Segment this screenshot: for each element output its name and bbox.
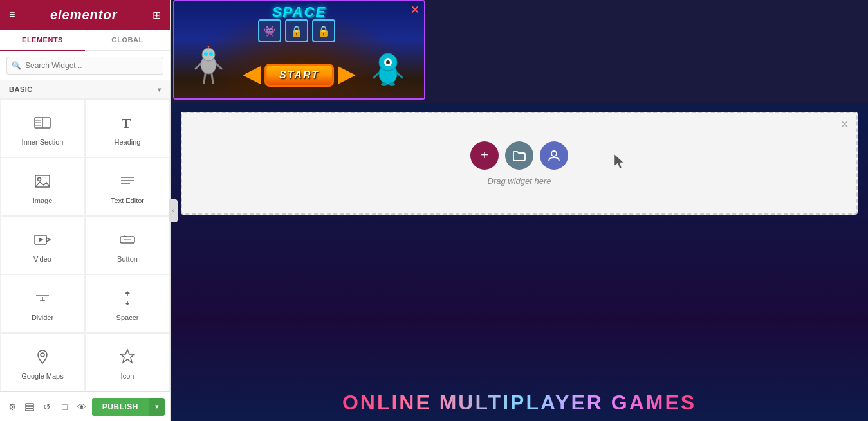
widget-spacer[interactable]: Spacer [85,274,170,333]
chevron-down-icon[interactable]: ▾ [158,86,162,93]
layers-icon-btn[interactable] [23,397,37,417]
level-icon-1: 👾 [258,19,281,42]
svg-point-32 [209,52,213,56]
publish-button[interactable]: PUBLISH [92,398,149,416]
svg-line-45 [374,73,379,78]
folder-button[interactable] [505,141,533,170]
search-icon: 🔍 [12,61,21,70]
widget-google-maps[interactable]: Google Maps [0,333,85,391]
responsive-icon: □ [62,402,67,412]
eye-icon: 👁 [77,402,86,412]
section-title: BASIC [9,85,33,93]
game-banner: SPACE ✕ 👾 🔒 🔒 [173,0,425,100]
drop-zone: ✕ + Drag widget here [181,112,858,215]
search-input[interactable] [6,57,163,75]
svg-point-7 [38,177,41,181]
person-button[interactable] [540,141,568,170]
button-icon [118,231,136,251]
svg-rect-26 [26,404,33,406]
spacer-icon [118,289,136,310]
sidebar-header: ≡ elementor ⊞ [0,0,170,30]
svg-line-38 [216,64,221,69]
level-icon-3: 🔒 [312,19,335,42]
start-button-area: START [243,64,356,87]
widget-video[interactable]: Video [0,216,85,274]
text-editor-icon [118,172,136,193]
widget-inner-section-label: Inner Section [22,138,64,146]
bottom-section-text: ONLINE MULTIPLAYER GAMES [342,391,696,415]
widget-divider-label: Divider [32,314,53,321]
publish-group: PUBLISH ▾ [92,398,165,416]
svg-point-47 [551,151,557,156]
elementor-logo: elementor [50,8,118,22]
widget-search-container: 🔍 [0,51,170,80]
hamburger-menu-icon[interactable]: ≡ [9,9,15,21]
eye-icon-btn[interactable]: 👁 [75,397,89,417]
settings-icon-btn[interactable]: ⚙ [5,397,20,417]
widget-google-maps-label: Google Maps [21,372,63,380]
widget-image-label: Image [33,197,53,204]
add-widget-button[interactable]: + [470,141,499,170]
start-button[interactable]: START [264,64,334,87]
svg-point-34 [207,46,210,47]
svg-line-46 [397,73,402,78]
google-maps-icon [33,348,51,368]
canvas-area: SPACE ✕ 👾 🔒 🔒 [171,0,868,421]
widget-inner-section[interactable]: Inner Section [0,99,85,157]
svg-point-42 [386,60,390,64]
svg-point-31 [204,52,208,56]
svg-rect-27 [26,406,33,408]
widget-button[interactable]: Button [85,216,170,274]
responsive-icon-btn[interactable]: □ [57,397,72,417]
widget-text-editor-label: Text Editor [111,197,144,204]
widget-button-label: Button [117,255,138,263]
svg-text:T: T [122,115,131,131]
svg-marker-25 [120,350,134,363]
widget-spacer-label: Spacer [116,314,139,321]
level-icons: 👾 🔒 🔒 [258,19,335,42]
widget-image[interactable]: Image [0,157,85,216]
arrow-right-icon [338,66,356,84]
publish-dropdown-button[interactable]: ▾ [149,398,165,416]
settings-icon: ⚙ [8,402,17,412]
svg-line-37 [196,64,201,69]
game-title-area: SPACE [174,4,424,21]
collapse-sidebar-handle[interactable]: ‹ [169,199,178,222]
grid-menu-icon[interactable]: ⊞ [152,9,161,21]
drop-zone-close-icon[interactable]: ✕ [840,118,849,130]
level-icon-2: 🔒 [285,19,308,42]
widget-divider[interactable]: Divider [0,274,85,333]
arrow-left-icon [243,66,261,84]
svg-point-43 [381,82,387,86]
svg-point-30 [202,48,215,61]
collapse-arrow-icon: ‹ [172,207,174,214]
inner-section-icon [33,114,51,134]
layers-icon [24,402,35,412]
icon-widget-icon [118,348,136,368]
widget-heading[interactable]: T Heading [85,99,170,157]
drag-widget-text: Drag widget here [488,176,551,186]
svg-point-44 [389,82,395,86]
svg-marker-23 [125,303,130,305]
widget-heading-label: Heading [115,138,141,146]
game-title-text: SPACE [272,4,326,20]
drop-zone-buttons: + [470,141,568,170]
divider-icon [33,289,51,310]
sidebar: ≡ elementor ⊞ ELEMENTS GLOBAL 🔍 BASIC ▾ [0,0,171,421]
video-icon [33,231,51,251]
svg-point-24 [41,353,44,357]
history-icon-btn[interactable]: ↺ [40,397,55,417]
tab-global[interactable]: GLOBAL [85,30,170,50]
svg-marker-13 [39,238,44,242]
image-icon [33,172,51,193]
sidebar-bottom-toolbar: ⚙ ↺ □ 👁 PUBLISH ▾ [0,391,170,421]
widget-icon-label: Icon [121,372,134,380]
monster-character [371,49,405,89]
widget-icon[interactable]: Icon [85,333,170,391]
tab-elements[interactable]: ELEMENTS [0,30,85,51]
basic-section-label: BASIC ▾ [0,80,170,99]
widget-grid: Inner Section T Heading Image [0,99,170,391]
widget-text-editor[interactable]: Text Editor [85,157,170,216]
svg-marker-21 [125,291,130,294]
game-close-icon[interactable]: ✕ [411,4,419,16]
